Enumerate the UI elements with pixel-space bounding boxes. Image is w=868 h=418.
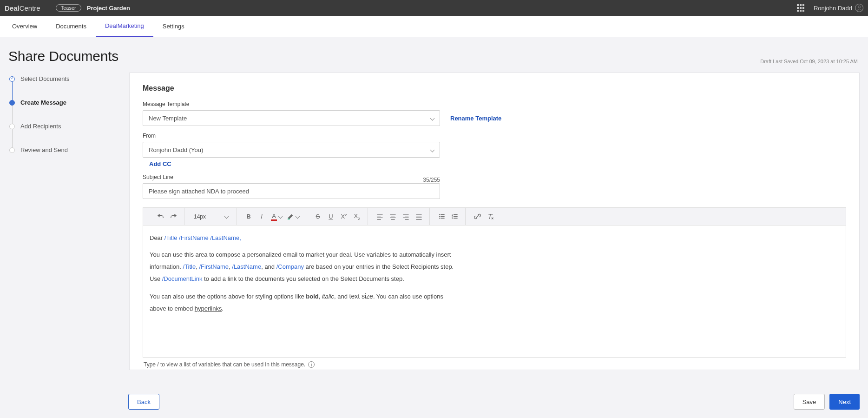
template-label: Message Template	[143, 101, 846, 107]
editor-italic: italic	[322, 293, 334, 300]
editor-text: You can also use the options above for s…	[150, 293, 306, 300]
user-name[interactable]: Ronjohn Dadd	[814, 5, 852, 12]
svg-text:3: 3	[451, 217, 453, 219]
step-label: Review and Send	[20, 146, 68, 153]
editor-hyperlink: hyperlinks	[195, 305, 222, 312]
italic-button[interactable]: I	[256, 211, 268, 223]
variable-hint: Type / to view a list of variables that …	[143, 358, 846, 368]
tab-settings[interactable]: Settings	[153, 16, 194, 36]
from-value: Ronjohn Dadd (You)	[149, 146, 203, 153]
logo: DealCentre	[5, 4, 49, 12]
align-justify-button[interactable]	[413, 211, 425, 223]
template-value: New Template	[149, 115, 187, 122]
editor-variable: /Company	[276, 263, 304, 270]
step-review-send[interactable]: Review and Send	[8, 146, 120, 170]
subject-label: Subject Line	[143, 174, 173, 180]
editor-variable: /LastName	[232, 263, 261, 270]
tab-dealmarketing[interactable]: DealMarketing	[96, 16, 153, 37]
editor-bold: bold	[306, 293, 318, 300]
step-label: Select Documents	[20, 75, 70, 82]
underline-button[interactable]: U	[325, 211, 337, 223]
step-label: Add Recipients	[20, 123, 61, 130]
subscript-button[interactable]: X2	[351, 211, 363, 223]
add-cc-link[interactable]: Add CC	[149, 160, 171, 167]
tab-documents[interactable]: Documents	[46, 16, 96, 36]
clear-format-button[interactable]	[484, 211, 496, 223]
undo-button[interactable]	[154, 211, 166, 223]
chevron-down-icon	[430, 116, 435, 120]
logo-bold: Deal	[5, 4, 20, 12]
svg-point-4	[439, 218, 440, 219]
font-size-select[interactable]: 14px	[190, 211, 232, 223]
bullet-list-button[interactable]	[435, 211, 447, 223]
editor-text: ,	[239, 234, 241, 241]
step-add-recipients[interactable]: Add Recipients	[8, 123, 120, 146]
font-size-value: 14px	[194, 213, 206, 220]
chevron-down-icon	[430, 147, 435, 152]
link-button[interactable]	[471, 211, 483, 223]
tab-overview[interactable]: Overview	[3, 16, 46, 36]
editor-text: Dear	[150, 234, 164, 241]
app-header: DealCentre Teaser Project Garden Ronjohn…	[0, 0, 868, 16]
svg-point-3	[439, 216, 440, 217]
svg-rect-1	[288, 219, 290, 219]
section-title: Message	[143, 84, 846, 93]
from-select[interactable]: Ronjohn Dadd (You)	[143, 142, 440, 158]
apps-icon[interactable]	[797, 4, 804, 12]
project-name: Project Garden	[87, 5, 130, 12]
main-tabs: Overview Documents DealMarketing Setting…	[0, 16, 868, 37]
text-color-button[interactable]: A	[269, 211, 284, 223]
avatar[interactable]	[855, 4, 863, 12]
step-create-message[interactable]: Create Message	[8, 99, 120, 123]
editor-text: , and	[334, 293, 349, 300]
svg-point-2	[439, 214, 440, 215]
number-list-button[interactable]: 123	[448, 211, 460, 223]
editor-text: , and	[261, 263, 276, 270]
draft-saved-text: Draft Last Saved Oct 09, 2023 at 10:25 A…	[760, 59, 858, 64]
chevron-down-icon	[278, 214, 283, 219]
svg-point-0	[858, 6, 861, 8]
wizard-footer: Back Save Next	[0, 385, 868, 418]
message-body-editor[interactable]: Dear /Title /FirstName /LastName, You ca…	[143, 225, 846, 358]
subject-input[interactable]	[143, 183, 440, 199]
chevron-down-icon	[296, 214, 300, 219]
chevron-down-icon	[224, 214, 229, 219]
editor-variable: /Title	[183, 263, 196, 270]
from-label: From	[143, 133, 846, 139]
subject-counter: 35/255	[423, 177, 440, 183]
step-select-documents[interactable]: Select Documents	[8, 75, 120, 99]
align-center-button[interactable]	[387, 211, 399, 223]
template-select[interactable]: New Template	[143, 110, 440, 126]
save-button[interactable]: Save	[794, 394, 825, 410]
step-label: Create Message	[20, 99, 66, 106]
wizard-stepper: Select Documents Create Message Add Reci…	[8, 73, 120, 370]
editor-variable: /FirstName	[199, 263, 229, 270]
teaser-badge: Teaser	[56, 4, 81, 12]
editor-toolbar: 14px B I A S U X2 X2	[143, 207, 846, 225]
align-right-button[interactable]	[400, 211, 412, 223]
info-icon[interactable]: i	[308, 361, 315, 368]
hint-text: Type / to view a list of variables that …	[144, 361, 305, 368]
editor-textsize: text size	[349, 292, 373, 300]
page-title: Share Documents	[8, 48, 118, 64]
rename-template-link[interactable]: Rename Template	[450, 115, 501, 122]
editor-variable: /DocumentLink	[162, 275, 203, 282]
message-card: Message Message Template New Template Re…	[129, 73, 860, 370]
redo-button[interactable]	[167, 211, 179, 223]
editor-text: ,	[319, 293, 322, 300]
superscript-button[interactable]: X2	[338, 211, 350, 223]
highlight-button[interactable]	[285, 211, 301, 223]
editor-text: to add a link to the documents you selec…	[202, 275, 404, 282]
next-button[interactable]: Next	[829, 394, 860, 410]
strikethrough-button[interactable]: S	[312, 211, 324, 223]
logo-light: Centre	[20, 4, 40, 12]
bold-button[interactable]: B	[243, 211, 255, 223]
editor-variable: /Title /FirstName /LastName	[164, 234, 239, 241]
back-button[interactable]: Back	[128, 394, 159, 410]
align-left-button[interactable]	[374, 211, 386, 223]
editor-text: .	[222, 305, 224, 312]
